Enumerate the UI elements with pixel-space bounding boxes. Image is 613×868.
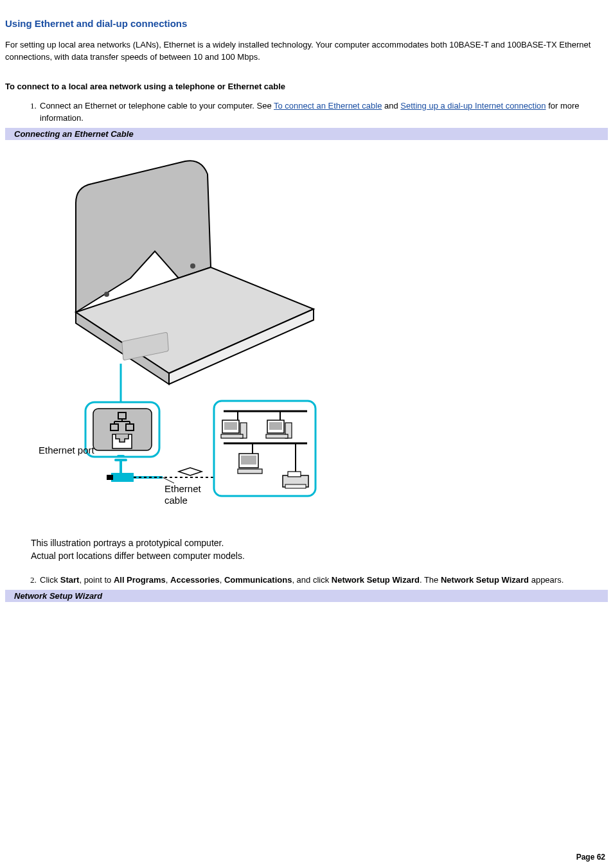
svg-rect-14 <box>111 473 134 482</box>
s2-t4: , <box>220 575 224 585</box>
svg-rect-36 <box>288 472 301 477</box>
svg-rect-15 <box>107 475 113 480</box>
s2-t2: , point to <box>79 575 113 585</box>
subheading: To connect to a local area network using… <box>5 82 608 91</box>
svg-rect-34 <box>238 469 262 474</box>
s2-t6: . The <box>420 575 441 585</box>
step-1-text-pre: Connect an Ethernet or telephone cable t… <box>40 101 274 111</box>
s2-t1: Click <box>40 575 60 585</box>
svg-point-1 <box>190 263 195 269</box>
page-title: Using Ethernet and dial-up connections <box>5 18 608 29</box>
svg-rect-27 <box>221 434 243 438</box>
ethernet-diagram-svg: Ethernet port Ethernet cable <box>31 152 323 518</box>
svg-rect-37 <box>285 484 306 488</box>
step-2: Click Start, point to All Programs, Acce… <box>39 574 608 587</box>
s2-b6: Network Setup Wizard <box>441 575 529 585</box>
svg-line-16 <box>163 477 174 483</box>
link-dialup-setup[interactable]: Setting up a dial-up Internet connection <box>400 101 546 111</box>
s2-b5: Network Setup Wizard <box>332 575 420 585</box>
svg-rect-29 <box>269 422 282 430</box>
figure-caption: This illustration portrays a prototypica… <box>5 533 608 574</box>
s2-t7: appears. <box>529 575 564 585</box>
figure-ethernet: Ethernet port Ethernet cable <box>5 140 608 533</box>
caption-line-1: This illustration portrays a prototypica… <box>31 538 224 548</box>
svg-point-0 <box>104 292 109 297</box>
s2-b2: All Programs <box>114 575 166 585</box>
section-bar-wizard: Network Setup Wizard <box>5 590 608 602</box>
link-connect-ethernet[interactable]: To connect an Ethernet cable <box>274 101 382 111</box>
step-1-text-mid: and <box>382 101 400 111</box>
page-number: Page 62 <box>576 853 605 862</box>
svg-rect-31 <box>266 434 288 438</box>
intro-paragraph: For setting up local area networks (LANs… <box>5 39 608 64</box>
s2-t5: , and click <box>292 575 331 585</box>
s2-t3: , <box>166 575 170 585</box>
label-ethernet-cable-1: Ethernet <box>164 483 202 494</box>
label-ethernet-port: Ethernet port <box>39 445 95 456</box>
svg-rect-33 <box>241 456 256 465</box>
section-bar-ethernet: Connecting an Ethernet Cable <box>5 128 608 140</box>
step-1: Connect an Ethernet or telephone cable t… <box>39 100 608 125</box>
s2-b4: Communications <box>224 575 292 585</box>
svg-rect-25 <box>224 422 237 430</box>
label-ethernet-cable-2: cable <box>164 495 188 506</box>
caption-line-2: Actual port locations differ between com… <box>31 551 245 561</box>
s2-b3: Accessories <box>170 575 220 585</box>
s2-b1: Start <box>60 575 80 585</box>
